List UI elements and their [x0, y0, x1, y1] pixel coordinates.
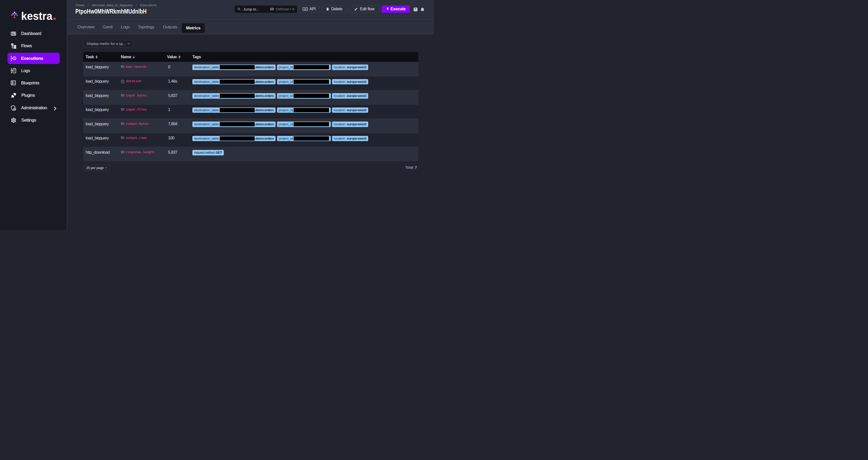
svg-text:API: API	[304, 8, 307, 10]
svg-text:kestra: kestra	[21, 10, 53, 22]
